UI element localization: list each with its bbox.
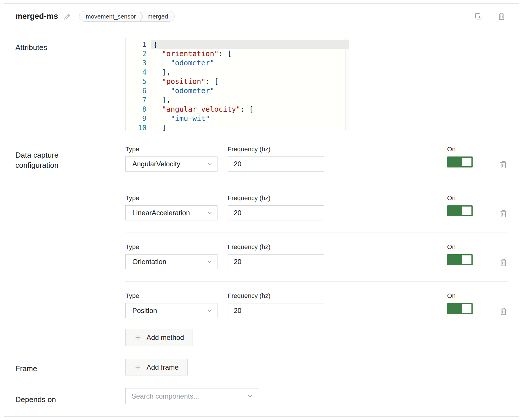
capture-toggle[interactable] bbox=[447, 205, 473, 216]
chevron-down-icon bbox=[207, 260, 212, 263]
depends-on-label: Depends on bbox=[15, 388, 88, 405]
frequency-input[interactable] bbox=[228, 156, 324, 172]
delete-capture-row-button[interactable] bbox=[500, 256, 507, 269]
attributes-section: Attributes 1{2 "orientation": [3 "odomet… bbox=[15, 38, 508, 131]
on-label: On bbox=[447, 145, 489, 153]
code-line: 8 "angular_velocity": [ bbox=[126, 105, 349, 114]
plus-icon bbox=[134, 364, 142, 371]
trash-icon bbox=[498, 12, 505, 21]
trash-icon bbox=[500, 258, 507, 267]
delete-capture-row-button[interactable] bbox=[500, 158, 507, 172]
code-line: 2 "orientation": [ bbox=[126, 49, 349, 58]
type-select-value: Position bbox=[132, 307, 157, 315]
pencil-icon bbox=[64, 12, 72, 20]
line-number: 5 bbox=[126, 77, 151, 86]
duplicate-button[interactable] bbox=[474, 12, 483, 21]
duplicate-icon bbox=[474, 12, 483, 21]
data-capture-rows: Type AngularVelocity Frequency (hz) On bbox=[125, 145, 508, 318]
type-select[interactable]: LinearAcceleration bbox=[125, 205, 217, 220]
trash-icon bbox=[500, 161, 507, 169]
header-actions bbox=[474, 12, 508, 21]
capture-toggle[interactable] bbox=[447, 156, 473, 167]
add-method-label: Add method bbox=[147, 334, 184, 342]
data-capture-row: Type AngularVelocity Frequency (hz) On bbox=[125, 145, 508, 172]
chevron-down-icon bbox=[248, 395, 253, 398]
type-select[interactable]: AngularVelocity bbox=[125, 156, 217, 172]
frequency-label: Frequency (hz) bbox=[228, 243, 324, 251]
delete-capture-row-button[interactable] bbox=[500, 207, 507, 220]
type-select-value: LinearAcceleration bbox=[132, 209, 190, 217]
breadcrumb-type: movement_sensor bbox=[86, 13, 136, 20]
frame-label: Frame bbox=[15, 359, 88, 375]
delete-capture-row-button[interactable] bbox=[500, 305, 507, 318]
capture-toggle[interactable] bbox=[447, 303, 473, 314]
indent-guide bbox=[162, 114, 162, 123]
type-select[interactable]: Position bbox=[125, 303, 217, 318]
chevron-right-icon bbox=[140, 12, 143, 21]
card-body: Attributes 1{2 "orientation": [3 "odomet… bbox=[4, 29, 519, 416]
trash-icon bbox=[500, 209, 507, 218]
line-number: 3 bbox=[126, 58, 151, 68]
line-number: 9 bbox=[126, 114, 151, 123]
toggle-knob bbox=[462, 304, 471, 313]
row-divider bbox=[125, 281, 508, 282]
row-divider bbox=[125, 184, 508, 184]
line-number: 7 bbox=[126, 95, 151, 105]
toggle-knob bbox=[462, 255, 471, 264]
data-capture-section: Data capture configuration Type AngularV… bbox=[15, 145, 508, 346]
frame-section: Frame Add frame bbox=[15, 359, 508, 375]
data-capture-row: Type Orientation Frequency (hz) On bbox=[125, 243, 508, 269]
frequency-input[interactable] bbox=[228, 254, 324, 269]
row-divider bbox=[125, 233, 508, 233]
line-number: 6 bbox=[126, 86, 151, 95]
edit-name-button[interactable] bbox=[64, 12, 72, 20]
attributes-label: Attributes bbox=[15, 38, 88, 131]
breadcrumb: movement_sensor merged bbox=[79, 11, 175, 22]
chevron-down-icon bbox=[207, 309, 212, 312]
frequency-input[interactable] bbox=[228, 205, 324, 220]
type-label: Type bbox=[125, 243, 217, 251]
delete-component-button[interactable] bbox=[498, 12, 505, 21]
code-line: 1{ bbox=[126, 40, 349, 49]
code-line: 7 ], bbox=[126, 95, 349, 105]
frequency-input[interactable] bbox=[228, 303, 324, 318]
depends-on-section: Depends on Search components... bbox=[15, 388, 508, 405]
add-method-button[interactable]: Add method bbox=[125, 329, 193, 346]
depends-on-select[interactable]: Search components... bbox=[125, 388, 259, 404]
on-label: On bbox=[447, 194, 489, 202]
type-select-value: AngularVelocity bbox=[132, 160, 180, 168]
code-line: 9 "imu-wit" bbox=[126, 114, 349, 123]
line-number: 1 bbox=[126, 40, 151, 49]
frequency-label: Frequency (hz) bbox=[228, 145, 324, 153]
attributes-code-editor[interactable]: 1{2 "orientation": [3 "odometer"4 ],5 "p… bbox=[125, 38, 349, 131]
trash-icon bbox=[500, 307, 507, 316]
indent-guide bbox=[162, 58, 162, 68]
chevron-down-icon bbox=[207, 163, 212, 165]
component-name: merged-ms bbox=[15, 12, 58, 21]
type-label: Type bbox=[125, 145, 217, 153]
code-lines: 1{2 "orientation": [3 "odometer"4 ],5 "p… bbox=[126, 38, 349, 131]
plus-icon bbox=[134, 334, 142, 341]
toggle-knob bbox=[462, 207, 471, 215]
line-number: 10 bbox=[126, 123, 151, 131]
toggle-knob bbox=[462, 158, 471, 166]
breadcrumb-model: merged bbox=[147, 13, 168, 20]
code-line: 4 ], bbox=[126, 68, 349, 77]
type-label: Type bbox=[125, 292, 217, 300]
frequency-label: Frequency (hz) bbox=[228, 292, 324, 300]
type-label: Type bbox=[125, 194, 217, 202]
code-line: 6 "odometer" bbox=[126, 86, 349, 95]
indent-guide bbox=[162, 86, 162, 95]
code-line: 10 ] bbox=[126, 123, 349, 131]
component-config-card: merged-ms movement_sensor merged bbox=[4, 3, 519, 417]
capture-toggle[interactable] bbox=[447, 254, 473, 265]
data-capture-label: Data capture configuration bbox=[15, 145, 88, 346]
line-number: 2 bbox=[126, 49, 151, 58]
code-line: 5 "position": [ bbox=[126, 77, 349, 86]
line-number: 8 bbox=[126, 105, 151, 114]
line-number: 4 bbox=[126, 68, 151, 77]
depends-on-placeholder: Search components... bbox=[131, 392, 199, 400]
data-capture-row: Type Position Frequency (hz) On bbox=[125, 292, 508, 318]
type-select[interactable]: Orientation bbox=[125, 254, 217, 269]
add-frame-button[interactable]: Add frame bbox=[125, 359, 188, 375]
